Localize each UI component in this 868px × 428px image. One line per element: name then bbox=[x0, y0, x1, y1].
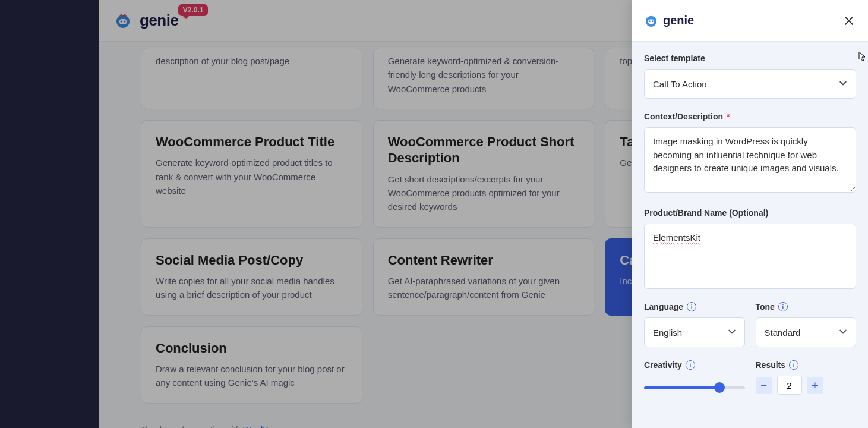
required-asterisk: * bbox=[727, 112, 730, 121]
tone-group: Tone i Standard bbox=[756, 302, 857, 347]
tone-value: Standard bbox=[765, 328, 801, 338]
creativity-label: Creativity i bbox=[644, 360, 745, 370]
creativity-slider[interactable] bbox=[644, 376, 745, 399]
brand-textarea[interactable]: ElementsKit bbox=[644, 224, 856, 289]
panel-body: Select template Call To Action Context/D… bbox=[632, 42, 868, 428]
panel-logo: genie bbox=[643, 12, 694, 29]
template-value: Call To Action bbox=[653, 79, 707, 89]
decrement-button[interactable]: − bbox=[756, 377, 772, 394]
chevron-down-icon bbox=[839, 79, 847, 89]
creativity-group: Creativity i bbox=[644, 360, 745, 399]
increment-button[interactable]: + bbox=[807, 377, 823, 394]
info-icon[interactable]: i bbox=[778, 302, 788, 311]
template-label: Select template bbox=[644, 54, 856, 63]
slider-thumb[interactable] bbox=[714, 382, 725, 393]
template-select[interactable]: Call To Action bbox=[644, 69, 856, 99]
info-icon[interactable]: i bbox=[686, 360, 695, 370]
svg-point-6 bbox=[649, 20, 650, 21]
template-form-panel: genie Select template Call To Action Con… bbox=[632, 0, 868, 428]
results-input[interactable] bbox=[777, 376, 802, 395]
info-icon[interactable]: i bbox=[687, 302, 696, 311]
panel-logo-text: genie bbox=[663, 14, 694, 27]
slider-fill bbox=[644, 386, 719, 389]
results-label: Results i bbox=[756, 360, 857, 370]
language-value: English bbox=[653, 328, 682, 338]
language-select[interactable]: English bbox=[644, 317, 745, 347]
info-icon[interactable]: i bbox=[789, 360, 798, 370]
language-group: Language i English bbox=[644, 302, 745, 347]
panel-header: genie bbox=[632, 0, 868, 42]
brand-group: Product/Brand Name (Optional) ElementsKi… bbox=[644, 208, 856, 289]
brand-label: Product/Brand Name (Optional) bbox=[644, 208, 856, 218]
results-group: Results i − + bbox=[756, 360, 857, 399]
tone-label: Tone i bbox=[756, 302, 857, 311]
close-icon[interactable] bbox=[841, 12, 857, 29]
context-label: Context/Description * bbox=[644, 112, 856, 121]
wp-admin-sidebar bbox=[0, 0, 99, 428]
svg-point-7 bbox=[652, 20, 653, 21]
mouse-cursor-icon bbox=[858, 51, 867, 62]
chevron-down-icon bbox=[728, 328, 736, 338]
context-textarea[interactable] bbox=[644, 127, 856, 193]
results-stepper: − + bbox=[756, 376, 857, 395]
language-label: Language i bbox=[644, 302, 745, 311]
chevron-down-icon bbox=[839, 328, 847, 338]
template-select-group: Select template Call To Action bbox=[644, 54, 856, 99]
tone-select[interactable]: Standard bbox=[756, 317, 857, 347]
context-group: Context/Description * bbox=[644, 112, 856, 195]
